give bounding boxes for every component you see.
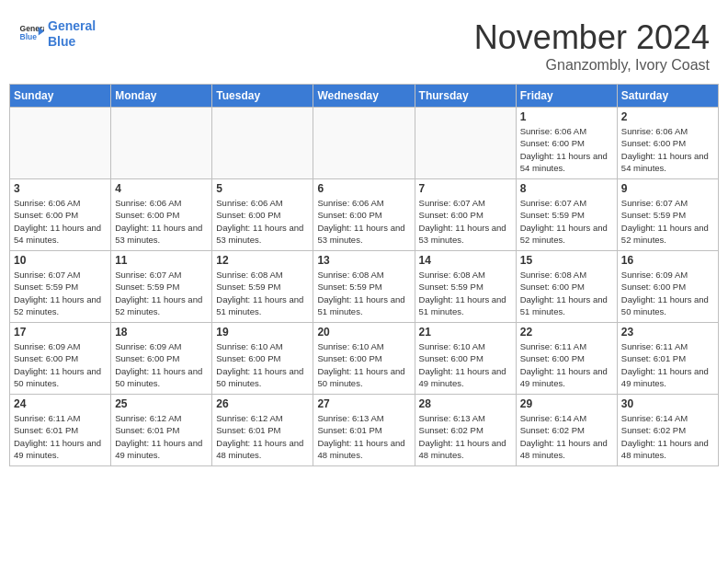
day-number: 22 [520,326,613,339]
weekday-header-wednesday: Wednesday [313,85,415,108]
day-number: 21 [419,326,512,339]
weekday-header-thursday: Thursday [415,85,516,108]
weekday-header-saturday: Saturday [617,85,718,108]
page-header: General Blue General Blue November 2024 … [9,9,719,78]
day-info: Sunrise: 6:09 AM Sunset: 6:00 PM Dayligh… [14,340,107,389]
calendar-week-5: 24Sunrise: 6:11 AM Sunset: 6:01 PM Dayli… [10,395,719,466]
day-info: Sunrise: 6:08 AM Sunset: 5:59 PM Dayligh… [216,269,309,317]
day-number: 28 [419,397,512,410]
day-info: Sunrise: 6:14 AM Sunset: 6:02 PM Dayligh… [520,412,613,461]
day-number: 13 [317,254,410,267]
calendar-cell: 26Sunrise: 6:12 AM Sunset: 6:01 PM Dayli… [212,395,313,466]
day-number: 16 [621,254,714,267]
svg-text:Blue: Blue [20,32,38,41]
calendar-cell: 2Sunrise: 6:06 AM Sunset: 6:00 PM Daylig… [617,108,718,179]
calendar-cell: 27Sunrise: 6:13 AM Sunset: 6:01 PM Dayli… [313,395,415,466]
day-info: Sunrise: 6:07 AM Sunset: 5:59 PM Dayligh… [14,269,107,317]
day-info: Sunrise: 6:13 AM Sunset: 6:02 PM Dayligh… [419,412,512,461]
day-number: 1 [520,110,613,123]
calendar-cell: 11Sunrise: 6:07 AM Sunset: 5:59 PM Dayli… [111,251,212,323]
calendar-cell: 9Sunrise: 6:07 AM Sunset: 5:59 PM Daylig… [617,179,718,251]
calendar-cell [212,108,313,179]
day-number: 27 [317,397,410,410]
weekday-header-tuesday: Tuesday [212,85,313,108]
calendar-cell: 5Sunrise: 6:06 AM Sunset: 6:00 PM Daylig… [212,179,313,251]
day-info: Sunrise: 6:07 AM Sunset: 5:59 PM Dayligh… [621,197,714,246]
day-info: Sunrise: 6:11 AM Sunset: 6:00 PM Dayligh… [520,340,613,389]
logo: General Blue General Blue [18,18,96,50]
day-info: Sunrise: 6:06 AM Sunset: 6:00 PM Dayligh… [14,197,107,246]
calendar-cell [111,108,212,179]
calendar-week-1: 1Sunrise: 6:06 AM Sunset: 6:00 PM Daylig… [10,108,719,179]
day-info: Sunrise: 6:09 AM Sunset: 6:00 PM Dayligh… [621,269,714,317]
calendar-cell: 24Sunrise: 6:11 AM Sunset: 6:01 PM Dayli… [10,395,111,466]
weekday-header-sunday: Sunday [10,85,111,108]
day-number: 3 [14,182,107,195]
day-number: 10 [14,254,107,267]
day-info: Sunrise: 6:06 AM Sunset: 6:00 PM Dayligh… [115,197,208,246]
month-title: November 2024 [474,18,710,57]
day-info: Sunrise: 6:06 AM Sunset: 6:00 PM Dayligh… [216,197,309,246]
day-info: Sunrise: 6:09 AM Sunset: 6:00 PM Dayligh… [115,340,208,389]
day-number: 18 [115,326,208,339]
calendar-cell: 19Sunrise: 6:10 AM Sunset: 6:00 PM Dayli… [212,323,313,395]
day-info: Sunrise: 6:13 AM Sunset: 6:01 PM Dayligh… [317,412,410,461]
day-number: 12 [216,254,309,267]
day-number: 4 [115,182,208,195]
calendar-cell: 28Sunrise: 6:13 AM Sunset: 6:02 PM Dayli… [415,395,516,466]
day-number: 23 [621,326,714,339]
day-number: 9 [621,182,714,195]
calendar-week-3: 10Sunrise: 6:07 AM Sunset: 5:59 PM Dayli… [10,251,719,323]
calendar-cell: 22Sunrise: 6:11 AM Sunset: 6:00 PM Dayli… [516,323,617,395]
calendar-cell: 1Sunrise: 6:06 AM Sunset: 6:00 PM Daylig… [516,108,617,179]
calendar-cell: 13Sunrise: 6:08 AM Sunset: 5:59 PM Dayli… [313,251,415,323]
day-number: 11 [115,254,208,267]
calendar-cell: 8Sunrise: 6:07 AM Sunset: 5:59 PM Daylig… [516,179,617,251]
logo-icon: General Blue [18,21,44,47]
day-info: Sunrise: 6:10 AM Sunset: 6:00 PM Dayligh… [317,340,410,389]
day-info: Sunrise: 6:11 AM Sunset: 6:01 PM Dayligh… [14,412,107,461]
day-info: Sunrise: 6:10 AM Sunset: 6:00 PM Dayligh… [419,340,512,389]
day-info: Sunrise: 6:08 AM Sunset: 5:59 PM Dayligh… [317,269,410,317]
day-number: 24 [14,397,107,410]
calendar-cell [313,108,415,179]
calendar-week-4: 17Sunrise: 6:09 AM Sunset: 6:00 PM Dayli… [10,323,719,395]
calendar-cell: 4Sunrise: 6:06 AM Sunset: 6:00 PM Daylig… [111,179,212,251]
day-number: 25 [115,397,208,410]
day-info: Sunrise: 6:07 AM Sunset: 6:00 PM Dayligh… [419,197,512,246]
calendar-cell: 14Sunrise: 6:08 AM Sunset: 5:59 PM Dayli… [415,251,516,323]
title-block: November 2024 Gnanzombly, Ivory Coast [474,18,710,74]
calendar-cell: 30Sunrise: 6:14 AM Sunset: 6:02 PM Dayli… [617,395,718,466]
calendar-cell: 6Sunrise: 6:06 AM Sunset: 6:00 PM Daylig… [313,179,415,251]
day-number: 29 [520,397,613,410]
day-number: 5 [216,182,309,195]
day-number: 7 [419,182,512,195]
calendar-cell [415,108,516,179]
calendar-cell: 17Sunrise: 6:09 AM Sunset: 6:00 PM Dayli… [10,323,111,395]
calendar-cell: 10Sunrise: 6:07 AM Sunset: 5:59 PM Dayli… [10,251,111,323]
day-info: Sunrise: 6:06 AM Sunset: 6:00 PM Dayligh… [317,197,410,246]
day-info: Sunrise: 6:12 AM Sunset: 6:01 PM Dayligh… [216,412,309,461]
day-number: 15 [520,254,613,267]
weekday-header-friday: Friday [516,85,617,108]
day-number: 8 [520,182,613,195]
calendar-cell: 12Sunrise: 6:08 AM Sunset: 5:59 PM Dayli… [212,251,313,323]
calendar-cell: 20Sunrise: 6:10 AM Sunset: 6:00 PM Dayli… [313,323,415,395]
day-info: Sunrise: 6:06 AM Sunset: 6:00 PM Dayligh… [520,125,613,174]
logo-text: General Blue [48,18,96,50]
day-info: Sunrise: 6:12 AM Sunset: 6:01 PM Dayligh… [115,412,208,461]
calendar-cell: 18Sunrise: 6:09 AM Sunset: 6:00 PM Dayli… [111,323,212,395]
weekday-header-monday: Monday [111,85,212,108]
day-number: 2 [621,110,714,123]
day-info: Sunrise: 6:08 AM Sunset: 6:00 PM Dayligh… [520,269,613,317]
day-number: 26 [216,397,309,410]
day-number: 30 [621,397,714,410]
calendar-cell: 15Sunrise: 6:08 AM Sunset: 6:00 PM Dayli… [516,251,617,323]
calendar-cell: 25Sunrise: 6:12 AM Sunset: 6:01 PM Dayli… [111,395,212,466]
day-info: Sunrise: 6:14 AM Sunset: 6:02 PM Dayligh… [621,412,714,461]
day-number: 6 [317,182,410,195]
day-number: 19 [216,326,309,339]
calendar-cell: 21Sunrise: 6:10 AM Sunset: 6:00 PM Dayli… [415,323,516,395]
day-number: 14 [419,254,512,267]
day-number: 20 [317,326,410,339]
